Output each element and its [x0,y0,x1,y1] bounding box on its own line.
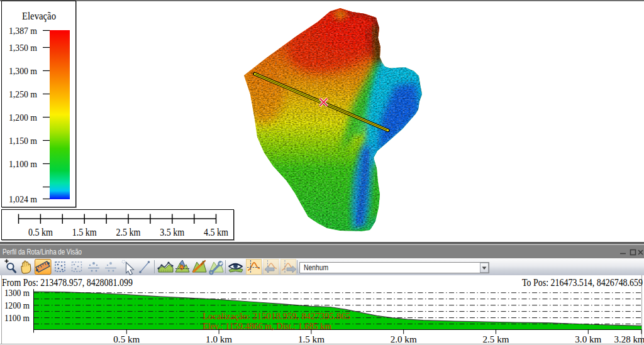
svg-text:1,250 m: 1,250 m [9,89,37,99]
svg-text:3.5 km: 3.5 km [160,227,184,238]
svg-text:1,300 m: 1,300 m [9,66,37,76]
svg-text:Perfil da Rota/Linha de Visão: Perfil da Rota/Linha de Visão [3,248,82,256]
svg-text:1300 m: 1300 m [4,288,30,298]
svg-text:Elev.: 1159.4866 m, Dist.: 1.6: Elev.: 1159.4866 m, Dist.: 1.685 km [203,320,331,331]
svg-text:1200 m: 1200 m [4,300,30,310]
svg-text:4.5 km: 4.5 km [204,227,228,238]
svg-text:2.0 km: 2.0 km [391,334,417,344]
svg-text:0.5 km: 0.5 km [113,334,140,344]
svg-text:3.0 km: 3.0 km [575,334,601,344]
svg-text:1100 m: 1100 m [4,313,30,323]
svg-text:2.5 km: 2.5 km [483,334,509,344]
svg-text:Localização: 215018.959, 84273: Localização: 215018.959, 8427395.865 [203,310,350,321]
svg-text:1,387 m: 1,387 m [9,26,37,36]
svg-text:1,200 m: 1,200 m [9,112,37,123]
svg-text:1,150 m: 1,150 m [9,136,37,146]
svg-text:3.28 km: 3.28 km [614,334,644,344]
svg-text:0.5 km: 0.5 km [28,227,53,238]
svg-text:2.5 km: 2.5 km [116,227,141,238]
svg-text:Elevação: Elevação [22,10,56,22]
svg-text:To Pos: 216473.514, 8426748.65: To Pos: 216473.514, 8426748.659 [522,277,643,288]
svg-text:1,350 m: 1,350 m [9,43,37,53]
svg-text:1,100 m: 1,100 m [9,159,37,169]
svg-text:1.0 km: 1.0 km [206,334,232,344]
svg-text:1.5 km: 1.5 km [72,227,97,238]
svg-text:1,024 m: 1,024 m [9,194,37,204]
svg-text:Nenhum: Nenhum [304,263,328,272]
svg-text:1.5 km: 1.5 km [298,334,325,344]
svg-text:From Pos: 213478.957, 8428081.: From Pos: 213478.957, 8428081.099 [2,277,133,288]
